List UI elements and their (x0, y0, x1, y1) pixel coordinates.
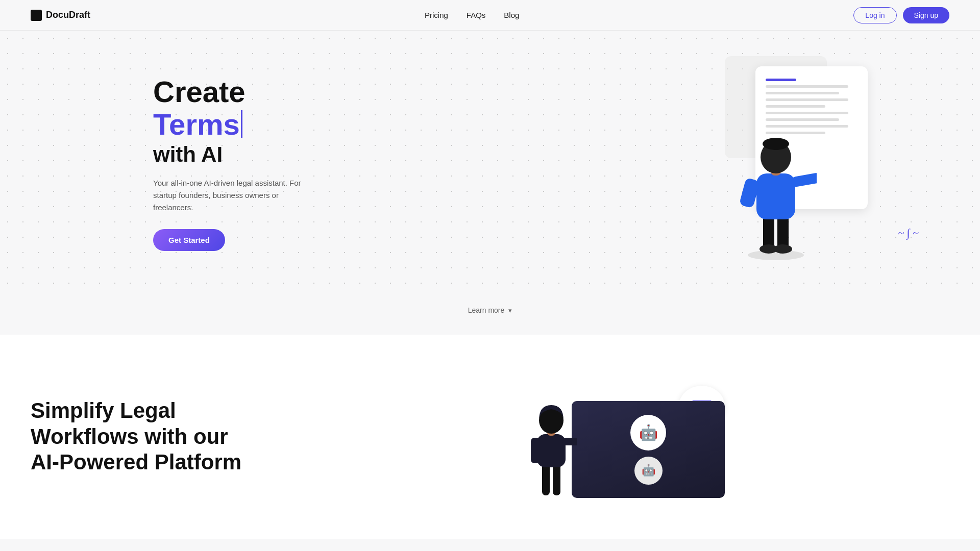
section2-illustration: 🤖 🤖 (296, 375, 949, 498)
hero-line3: with AI (153, 142, 306, 167)
learn-more-section: Learn more ▾ (0, 296, 980, 335)
chevron-down-icon[interactable]: ▾ (508, 307, 512, 314)
get-started-button[interactable]: Get Started (153, 229, 225, 251)
navbar: DocuDraft Pricing FAQs Blog Log in Sign … (0, 0, 980, 31)
hero-line1: Create (153, 76, 306, 108)
laptop-screen-inner: 🤖 🤖 (572, 401, 725, 498)
signup-button[interactable]: Sign up (903, 7, 949, 23)
learn-more-text[interactable]: Learn more (468, 306, 505, 314)
nav-links: Pricing FAQs Blog (425, 11, 519, 19)
logo-icon (31, 10, 42, 21)
nav-pricing[interactable]: Pricing (425, 11, 448, 19)
doc-line-1 (766, 85, 848, 88)
logo[interactable]: DocuDraft (31, 10, 90, 21)
hero-line2: Terms (153, 108, 240, 141)
hero-illustration: ~ ∫ ~ (704, 56, 929, 260)
svg-point-10 (763, 138, 789, 150)
nav-blog[interactable]: Blog (504, 11, 519, 19)
svg-rect-13 (537, 434, 566, 467)
doc-line-4 (766, 105, 825, 108)
laptop-screen: 🤖 🤖 (572, 401, 725, 498)
section2-heading-line2: Workflows with our (31, 424, 228, 448)
robot-icon-1: 🤖 (630, 415, 666, 450)
section2-person-container: 🤖 🤖 (521, 386, 725, 498)
section2: Simplify Legal Workflows with our AI-Pow… (0, 335, 980, 539)
svg-rect-5 (756, 173, 795, 219)
doc-line-accent (766, 79, 796, 81)
doc-line-2 (766, 92, 839, 94)
doc-line-3 (766, 98, 848, 101)
svg-rect-6 (790, 172, 817, 188)
login-button[interactable]: Log in (853, 7, 896, 23)
section2-heading-line1: Simplify Legal (31, 398, 176, 422)
nav-buttons: Log in Sign up (853, 7, 949, 23)
hero-person-illustration (735, 117, 817, 260)
robot-icon-2: 🤖 (634, 457, 663, 485)
nav-faqs[interactable]: FAQs (467, 11, 486, 19)
doc-signature: ~ ∫ ~ (898, 227, 919, 240)
section2-heading: Simplify Legal Workflows with our AI-Pow… (31, 398, 255, 475)
svg-point-4 (774, 244, 792, 254)
hero-content: Create Terms with AI Your all-in-one AI-… (0, 45, 306, 282)
hero-cursor (241, 110, 242, 138)
logo-text: DocuDraft (46, 10, 90, 20)
section2-person-illustration (526, 396, 577, 498)
svg-rect-15 (531, 438, 540, 463)
hero-description: Your all-in-one AI-driven legal assistan… (153, 177, 306, 214)
doc-line-5 (766, 112, 848, 114)
section2-text: Simplify Legal Workflows with our AI-Pow… (31, 398, 255, 475)
svg-rect-14 (562, 438, 577, 445)
hero-section: Create Terms with AI Your all-in-one AI-… (0, 31, 980, 296)
section2-heading-line3: AI-Powered Platform (31, 450, 241, 474)
